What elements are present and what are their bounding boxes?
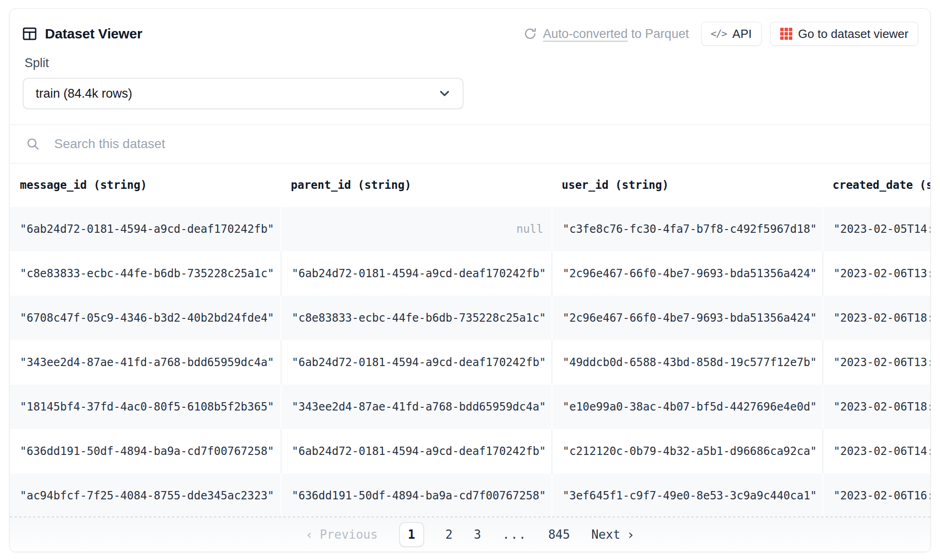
chevron-left-icon: ‹	[306, 527, 313, 542]
table-row: "c8e83833-ecbc-44fe-b6db-735228c25a1c""6…	[10, 251, 930, 296]
pagination-bar: ‹ Previous 123...845 Next ›	[10, 516, 930, 552]
table-cell: "2023-02-06T18:4	[822, 296, 930, 340]
column-header: created_date (string)	[822, 179, 930, 192]
table-cell: "18145bf4-37fd-4ac0-80f5-6108b5f2b365"	[10, 385, 281, 429]
auto-converted-status: Auto-converted to Parquet	[523, 27, 689, 41]
split-select[interactable]: train (84.4k rows)	[23, 78, 464, 109]
table-icon	[22, 26, 38, 42]
next-label: Next	[591, 528, 620, 541]
column-header: message_id (string)	[10, 179, 281, 192]
search-icon	[25, 137, 40, 151]
table-body: "6ab24d72-0181-4594-a9cd-deaf170242fb"nu…	[10, 207, 930, 516]
api-button[interactable]: </> API	[701, 22, 762, 46]
table-cell: "2023-02-06T13:5	[822, 251, 930, 296]
table-cell: "6ab24d72-0181-4594-a9cd-deaf170242fb"	[10, 207, 281, 251]
code-icon: </>	[711, 28, 727, 39]
table-cell: "6ab24d72-0181-4594-a9cd-deaf170242fb"	[281, 251, 551, 296]
table-cell: "2023-02-06T14:2	[822, 429, 930, 473]
table-cell: "6ab24d72-0181-4594-a9cd-deaf170242fb"	[281, 340, 551, 385]
api-button-label: API	[733, 27, 752, 41]
table-cell: "c8e83833-ecbc-44fe-b6db-735228c25a1c"	[10, 251, 281, 296]
refresh-icon	[523, 27, 537, 41]
table-cell: "ac94bfcf-7f25-4084-8755-dde345ac2323"	[10, 473, 281, 516]
dataset-viewer-card: Dataset Viewer Auto-converted to Parquet	[9, 8, 931, 552]
card-header-section: Dataset Viewer Auto-converted to Parquet	[10, 9, 930, 124]
table-row: "636dd191-50df-4894-ba9a-cd7f00767258""6…	[10, 429, 930, 473]
table-row: "18145bf4-37fd-4ac0-80f5-6108b5f2b365""3…	[10, 385, 930, 429]
data-table[interactable]: message_id (string)parent_id (string)use…	[10, 163, 930, 516]
table-cell: "2c96e467-66f0-4be7-9693-bda51356a424"	[551, 251, 822, 296]
split-label: Split	[25, 56, 918, 70]
table-cell: "2023-02-06T18:5	[822, 385, 930, 429]
search-bar	[10, 124, 930, 163]
search-input[interactable]	[53, 136, 915, 152]
pagination-ellipsis: ...	[502, 528, 527, 541]
table-cell: "3ef645f1-c9f7-49e0-8e53-3c9a9c440ca1"	[551, 473, 822, 516]
title-row: Dataset Viewer Auto-converted to Parquet	[22, 21, 918, 47]
parquet-label: to Parquet	[628, 27, 689, 41]
page-button-3[interactable]: 3	[474, 528, 481, 541]
page-buttons: 123...845	[399, 522, 570, 547]
page-button-1[interactable]: 1	[399, 522, 424, 547]
column-header: parent_id (string)	[281, 179, 551, 192]
table-header-row: message_id (string)parent_id (string)use…	[10, 163, 930, 207]
table-row: "6708c47f-05c9-4346-b3d2-40b2bd24fde4""c…	[10, 296, 930, 340]
previous-button[interactable]: ‹ Previous	[306, 527, 378, 542]
previous-label: Previous	[320, 528, 377, 541]
table-row: "ac94bfcf-7f25-4084-8755-dde345ac2323""6…	[10, 473, 930, 516]
chevron-right-icon: ›	[627, 527, 635, 542]
table-cell: "c3fe8c76-fc30-4fa7-b7f8-c492f5967d18"	[551, 207, 822, 251]
table-cell: "343ee2d4-87ae-41fd-a768-bdd65959dc4a"	[10, 340, 281, 385]
goto-dataset-viewer-button[interactable]: Go to dataset viewer	[770, 22, 918, 46]
table-cell: "c212120c-0b79-4b32-a5b1-d96686ca92ca"	[551, 429, 822, 473]
page-button-2[interactable]: 2	[445, 528, 453, 541]
table-row: "6ab24d72-0181-4594-a9cd-deaf170242fb"nu…	[10, 207, 930, 251]
auto-converted-link[interactable]: Auto-converted	[543, 27, 627, 41]
table-cell: "e10e99a0-38ac-4b07-bf5d-4427696e4e0d"	[551, 385, 822, 429]
table-cell: "6708c47f-05c9-4346-b3d2-40b2bd24fde4"	[10, 296, 281, 340]
chevron-down-icon	[438, 87, 451, 100]
column-header: user_id (string)	[551, 179, 822, 192]
table-cell: "636dd191-50df-4894-ba9a-cd7f00767258"	[10, 429, 281, 473]
goto-button-label: Go to dataset viewer	[798, 27, 909, 41]
table-row: "343ee2d4-87ae-41fd-a768-bdd65959dc4a""6…	[10, 340, 930, 385]
page-button-845[interactable]: 845	[548, 528, 570, 541]
split-select-value: train (84.4k rows)	[36, 87, 132, 101]
table-cell: null	[281, 207, 551, 251]
table-cell: "636dd191-50df-4894-ba9a-cd7f00767258"	[281, 473, 551, 516]
table-cell: "343ee2d4-87ae-41fd-a768-bdd65959dc4a"	[281, 385, 551, 429]
table-cell: "49ddcb0d-6588-43bd-858d-19c577f12e7b"	[551, 340, 822, 385]
title-group: Dataset Viewer	[22, 26, 142, 42]
table-cell: "2023-02-06T13:3	[822, 340, 930, 385]
next-button[interactable]: Next ›	[591, 527, 634, 542]
page-title: Dataset Viewer	[45, 26, 142, 42]
table-cell: "c8e83833-ecbc-44fe-b6db-735228c25a1c"	[281, 296, 551, 340]
red-grid-icon	[780, 27, 793, 40]
header-actions: Auto-converted to Parquet </> API	[523, 22, 918, 46]
table-cell: "2023-02-06T16:4	[822, 473, 930, 516]
table-cell: "2023-02-05T14:2	[822, 207, 930, 251]
table-cell: "6ab24d72-0181-4594-a9cd-deaf170242fb"	[281, 429, 551, 473]
table-cell: "2c96e467-66f0-4be7-9693-bda51356a424"	[551, 296, 822, 340]
